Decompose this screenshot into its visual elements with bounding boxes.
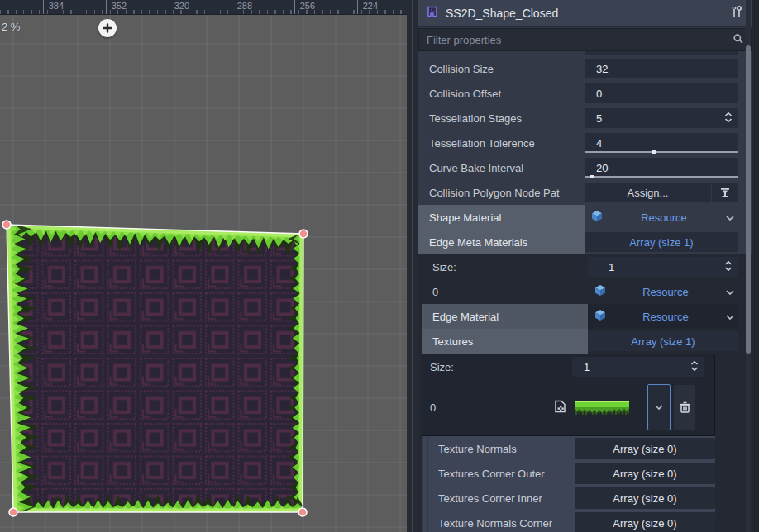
edge-meta-materials-array-button[interactable]: Array (size 1) <box>585 232 738 252</box>
ruler-label: -320 <box>171 1 189 11</box>
textures-corner-outer-array-button[interactable]: Array (size 0) <box>575 463 715 484</box>
zoom-level-label: 2 % <box>2 21 20 33</box>
property-row: Textures Corner Inner Array (size 0) <box>423 486 715 511</box>
property-row: Curve Bake Interval 20 <box>418 155 752 180</box>
textures-array-button[interactable]: Array (size 1) <box>588 331 738 351</box>
property-row: Collision Polygon Node Pat Assign... <box>418 180 752 205</box>
godot-editor: -384-352-320-288-256-224 2 % SS2D_Shape_… <box>0 0 759 532</box>
texture-preview[interactable] <box>575 398 629 417</box>
textures-size-spinbox[interactable]: 1 <box>572 357 704 377</box>
resource-cube-icon <box>594 309 606 324</box>
property-row: Textures Array (size 1) <box>422 329 752 354</box>
filter-properties-input[interactable]: Filter properties <box>418 28 752 51</box>
ss2d-shape[interactable] <box>2 221 308 516</box>
spinner-updown-icon[interactable] <box>723 111 733 126</box>
shape-point-handle[interactable] <box>299 230 308 238</box>
tessellation-tolerence-slider[interactable]: 4 <box>585 133 738 153</box>
resource-cube-icon <box>591 210 603 225</box>
slider-grabber[interactable] <box>590 175 594 178</box>
shape-point-handle[interactable] <box>2 221 11 229</box>
spinner-updown-icon[interactable] <box>690 359 699 375</box>
property-row: Tessellation Tolerence 4 <box>418 131 752 155</box>
slider-track[interactable] <box>585 151 738 153</box>
array-size-spinbox[interactable]: 1 <box>588 257 738 277</box>
canvas-viewport[interactable]: -384-352-320-288-256-224 2 % <box>0 0 407 532</box>
pick-node-button[interactable] <box>712 183 738 202</box>
search-icon <box>733 33 744 47</box>
collision-offset-field[interactable]: 0 <box>585 83 738 103</box>
property-row: Textures Corner Outer Array (size 0) <box>423 461 715 486</box>
panel-right-edge <box>752 0 759 532</box>
inspector-title: SS2D_Shape_Closed <box>446 7 723 20</box>
property-row: Edge Meta Materials Array (size 1) <box>418 230 752 254</box>
horizontal-ruler: -384-352-320-288-256-224 <box>0 0 407 15</box>
ruler-label: -352 <box>108 1 126 11</box>
ruler-label: -288 <box>234 1 252 11</box>
inspector-panel: SS2D_Shape_Closed Filter properties <box>413 0 759 532</box>
spinner-updown-icon[interactable] <box>723 259 733 275</box>
ruler-label: -224 <box>360 1 378 11</box>
shape-material-resource[interactable]: Resource <box>585 210 738 225</box>
tessellation-stages-spinbox[interactable]: 5 <box>585 108 738 128</box>
ruler-label: -256 <box>297 1 315 11</box>
scrollbar-thumb[interactable] <box>746 45 751 354</box>
property-row: Edge Material Resource <box>422 304 752 329</box>
resource-cube-icon <box>594 284 606 299</box>
collision-size-field[interactable]: 32 <box>585 59 738 78</box>
curve-bake-interval-slider[interactable]: 20 <box>585 158 738 178</box>
property-row: Size: 1 <box>422 254 752 279</box>
edge-material-resource[interactable]: Resource <box>588 309 738 324</box>
property-row: Collision Size 32 <box>418 56 752 81</box>
chevron-down-icon[interactable] <box>725 286 735 298</box>
assign-nodepath-button[interactable]: Assign... <box>585 183 712 202</box>
property-row: Shape Material Resource <box>418 205 752 230</box>
property-row: Collision Offset 0 <box>418 81 752 106</box>
chevron-down-icon[interactable] <box>725 311 735 323</box>
clipped-row-fragment <box>585 51 738 55</box>
textures-subpanel: Size: 1 0 <box>422 354 715 436</box>
shape-point-handle[interactable] <box>298 508 307 516</box>
shape-point-handle[interactable] <box>9 508 17 516</box>
property-row: 0 Resource <box>422 279 752 304</box>
filter-placeholder: Filter properties <box>427 34 733 46</box>
texture-item-row: 0 <box>422 379 714 435</box>
object-tools-icon[interactable] <box>730 5 743 21</box>
delete-texture-button[interactable] <box>674 385 695 430</box>
shape-canvas[interactable] <box>0 0 407 532</box>
property-row: Texture Normals Array (size 0) <box>423 436 715 461</box>
chevron-down-icon[interactable] <box>725 211 735 224</box>
array-subpanel: Size: 1 0 <box>418 254 752 532</box>
property-list: Collision Size 32 Collision Offset 0 Tes… <box>418 51 752 532</box>
image-texture-icon <box>554 400 566 416</box>
texture-normals-corner-array-button[interactable]: Array (size 0) <box>575 512 715 532</box>
slider-grabber[interactable] <box>652 150 656 154</box>
add-point-cursor-icon[interactable] <box>98 19 117 37</box>
slider-track[interactable] <box>585 176 738 178</box>
inspector-header: SS2D_Shape_Closed <box>418 0 752 27</box>
property-row: Texture Normals Corner Array (size 0) <box>423 511 715 532</box>
textures-corner-inner-array-button[interactable]: Array (size 0) <box>575 487 715 509</box>
property-row: Tessellation Stages 5 <box>418 106 752 131</box>
array-item-0-resource[interactable]: Resource <box>588 284 738 299</box>
dock-divider[interactable] <box>407 0 413 532</box>
edge-material-subrows: Texture Normals Array (size 0) Textures … <box>422 436 715 532</box>
texture-options-dropdown[interactable] <box>647 384 671 430</box>
ruler-label: -384 <box>45 1 64 11</box>
property-row: Size: 1 <box>422 354 714 379</box>
panel-left-edge <box>413 0 418 532</box>
texture-normals-array-button[interactable]: Array (size 0) <box>575 438 715 459</box>
ss2d-shape-icon <box>426 5 439 21</box>
